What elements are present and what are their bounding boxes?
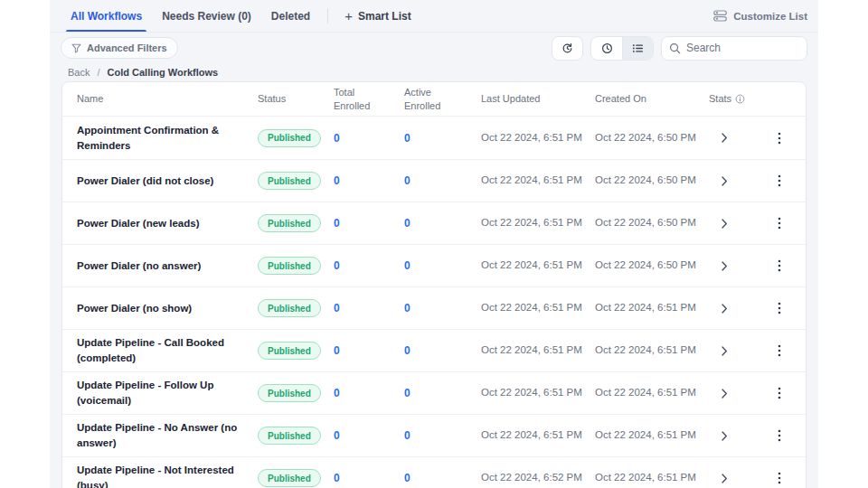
actions-cell [769,468,791,488]
tab-bar: All Workflows Needs Review (0) Deleted +… [50,0,818,33]
total-enrolled-value[interactable]: 0 [334,429,404,442]
created-on-value: Oct 22 2024, 6:50 PM [595,130,696,145]
status-cell: Published [258,128,334,147]
history-icon [561,42,574,55]
stats-expand-button[interactable] [716,385,733,402]
active-enrolled-value[interactable]: 0 [404,259,481,272]
workflow-name[interactable]: Power Dialer (did not close) [77,174,258,189]
advanced-filters-button[interactable]: Advanced Filters [61,37,178,59]
table-row: Power Dialer (no answer) Published 0 0 O… [62,244,806,286]
kebab-menu-icon [778,132,781,145]
actions-cell [769,383,791,403]
active-enrolled-value[interactable]: 0 [404,387,481,399]
row-menu-button[interactable] [770,341,788,361]
row-menu-button[interactable] [770,128,788,148]
list-icon [631,42,645,55]
actions-cell [769,171,791,191]
workflow-name[interactable]: Update Pipeline - Follow Up (voicemail) [77,378,258,408]
stats-expand-button[interactable] [716,470,733,487]
total-enrolled-value[interactable]: 0 [334,174,404,187]
active-enrolled-value[interactable]: 0 [404,217,481,230]
time-view-button[interactable] [591,37,622,60]
created-on-value: Oct 22 2024, 6:50 PM [595,258,696,273]
plus-icon: + [344,9,353,23]
kebab-menu-icon [778,344,781,357]
active-enrolled-value[interactable]: 0 [404,174,481,187]
workflow-name[interactable]: Appointment Confirmation & Reminders [77,123,258,153]
status-badge: Published [258,129,321,147]
stats-expand-button[interactable] [716,173,733,190]
history-button[interactable] [552,36,583,61]
chevron-right-icon [722,176,728,186]
stats-expand-button[interactable] [716,215,733,232]
total-enrolled-value[interactable]: 0 [334,344,404,357]
total-enrolled-value[interactable]: 0 [334,259,404,272]
last-updated-value: Oct 22 2024, 6:51 PM [481,343,582,358]
active-enrolled-value[interactable]: 0 [404,472,481,484]
row-menu-button[interactable] [770,383,788,403]
active-enrolled-value[interactable]: 0 [404,302,481,314]
list-view-button[interactable] [622,37,653,60]
workflow-name[interactable]: Power Dialer (new leads) [77,216,258,231]
status-cell: Published [258,214,334,233]
chevron-right-icon [722,346,728,356]
chevron-right-icon [722,133,728,143]
workflow-name[interactable]: Update Pipeline - No Answer (no answer) [77,420,258,450]
add-smart-list-button[interactable]: + Smart List [335,0,420,32]
status-badge: Published [258,299,321,317]
info-icon [735,94,745,104]
active-enrolled-value[interactable]: 0 [404,344,481,357]
row-menu-button[interactable] [770,426,788,446]
last-updated-value: Oct 22 2024, 6:51 PM [481,385,582,400]
status-cell: Published [258,384,334,403]
filter-bar: Advanced Filters [50,33,818,63]
toolbar-right [552,36,807,61]
stats-expand-button[interactable] [716,129,733,146]
workflow-name[interactable]: Update Pipeline - Not Interested (busy) [77,463,258,488]
status-cell: Published [258,172,334,191]
stats-expand-button[interactable] [716,427,733,445]
status-cell: Published [258,342,334,361]
back-link[interactable]: Back [68,67,90,78]
total-enrolled-value[interactable]: 0 [334,472,404,484]
tab-deleted[interactable]: Deleted [261,0,320,32]
active-enrolled-value[interactable]: 0 [404,429,481,442]
row-menu-button[interactable] [770,256,788,276]
tab-divider [327,8,328,23]
header-last-updated: Last Updated [481,92,595,106]
workflow-name[interactable]: Power Dialer (no show) [77,301,258,316]
actions-cell [769,128,791,148]
stats-cell [709,427,769,445]
customize-list-button[interactable]: Customize List [713,0,807,32]
workflow-name[interactable]: Update Pipeline - Call Booked (completed… [77,335,258,365]
total-enrolled-value[interactable]: 0 [334,387,404,399]
active-enrolled-value[interactable]: 0 [404,132,481,145]
kebab-menu-icon [778,472,781,484]
search-input[interactable] [661,36,807,61]
total-enrolled-value[interactable]: 0 [334,217,404,230]
stats-expand-button[interactable] [716,300,733,317]
row-menu-button[interactable] [770,213,788,233]
table-row: Power Dialer (no show) Published 0 0 Oct… [62,286,806,329]
row-menu-button[interactable] [770,298,788,318]
status-badge: Published [258,384,321,402]
created-on-value: Oct 22 2024, 6:51 PM [595,470,696,485]
tab-all-workflows[interactable]: All Workflows [61,0,152,32]
stats-cell [709,300,769,317]
created-on-value: Oct 22 2024, 6:51 PM [595,300,696,315]
actions-cell [769,341,791,361]
tab-needs-review[interactable]: Needs Review (0) [152,0,261,32]
kebab-menu-icon [778,174,781,187]
kebab-menu-icon [778,429,781,442]
row-menu-button[interactable] [770,171,788,191]
total-enrolled-value[interactable]: 0 [334,302,404,314]
last-updated-value: Oct 22 2024, 6:51 PM [481,258,582,273]
stats-expand-button[interactable] [716,343,733,360]
kebab-menu-icon [778,259,781,272]
workflow-name[interactable]: Power Dialer (no answer) [77,258,258,274]
stats-expand-button[interactable] [716,258,733,275]
row-menu-button[interactable] [770,468,788,488]
total-enrolled-value[interactable]: 0 [334,132,404,145]
status-cell: Published [258,469,334,488]
created-on-value: Oct 22 2024, 6:51 PM [595,343,696,358]
